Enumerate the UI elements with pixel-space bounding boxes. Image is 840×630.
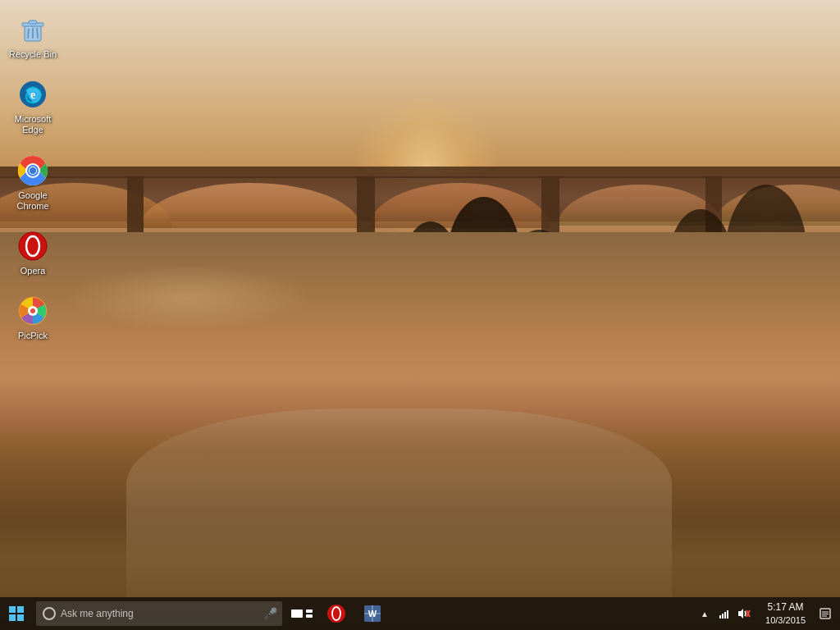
opera-desktop-icon[interactable]: Opera <box>0 225 66 281</box>
picpick-label: PicPick <box>18 331 48 341</box>
win-square-br <box>17 614 24 621</box>
desktop-icons: Recycle Bin e Microsoft Edge <box>0 0 66 574</box>
clock[interactable]: 5:17 AM 10/3/2015 <box>757 597 814 630</box>
picpick-svg <box>18 296 48 326</box>
svg-line-6 <box>37 28 38 39</box>
picpick-desktop-icon[interactable]: PicPick <box>0 290 66 346</box>
windows-logo <box>9 606 24 621</box>
network-svg <box>719 608 730 619</box>
start-button[interactable] <box>0 597 33 630</box>
win-square-bl <box>9 614 16 621</box>
taskbar: Ask me anything 🎤 <box>0 597 840 630</box>
recycle-bin-label: Recycle Bin <box>9 49 57 60</box>
mist-left <box>66 265 312 331</box>
microsoft-edge-icon[interactable]: e Microsoft Edge <box>0 73 66 140</box>
chrome-label: Google Chrome <box>3 190 62 212</box>
cortana-icon <box>43 607 56 620</box>
tv-rect-main <box>291 609 303 618</box>
svg-point-13 <box>30 167 36 174</box>
system-tray: ▲ <box>692 597 840 630</box>
bridge-column-1 <box>127 176 144 232</box>
tv-rect-small-1 <box>306 609 313 613</box>
task-view-button[interactable] <box>285 597 318 630</box>
action-center-svg <box>819 608 831 619</box>
volume-svg <box>737 608 751 619</box>
svg-text:e: e <box>30 89 35 101</box>
svg-line-4 <box>28 28 29 39</box>
tv-rect-small-2 <box>306 614 313 618</box>
opera-label: Opera <box>21 266 46 276</box>
chrome-svg <box>17 155 48 186</box>
svg-point-19 <box>30 308 35 313</box>
recycle-bin-icon[interactable]: Recycle Bin <box>0 8 66 65</box>
chevron-icon: ▲ <box>701 609 709 619</box>
taskbar-opera-svg <box>326 604 346 623</box>
network-icon[interactable] <box>714 597 734 630</box>
recycle-bin-svg <box>18 15 48 44</box>
opera-svg <box>18 231 48 261</box>
win-square-tl <box>9 606 16 613</box>
svg-rect-27 <box>719 615 721 619</box>
volume-icon[interactable] <box>734 597 754 630</box>
search-bar[interactable]: Ask me anything 🎤 <box>36 601 282 626</box>
taskbar-opera[interactable] <box>318 597 354 630</box>
microphone-icon[interactable]: 🎤 <box>264 608 276 619</box>
svg-rect-29 <box>724 612 726 619</box>
task-view-icon <box>291 609 313 618</box>
svg-marker-31 <box>738 609 743 619</box>
edge-label: Microsoft Edge <box>3 114 62 135</box>
clock-time: 5:17 AM <box>768 601 804 614</box>
action-center-button[interactable] <box>814 597 837 630</box>
svg-text:W: W <box>368 609 377 619</box>
terrain-overlay <box>0 377 840 597</box>
tray-icons-group: ▲ <box>692 597 757 630</box>
svg-rect-30 <box>727 610 728 619</box>
edge-svg: e <box>18 80 48 109</box>
search-placeholder-text: Ask me anything <box>61 608 261 619</box>
show-hidden-icons[interactable]: ▲ <box>695 597 714 630</box>
desktop: Recycle Bin e Microsoft Edge <box>0 0 840 630</box>
win-square-tr <box>17 606 24 613</box>
taskbar-office[interactable]: W <box>354 597 390 630</box>
svg-rect-3 <box>29 21 37 24</box>
svg-rect-28 <box>722 614 724 619</box>
taskbar-office-svg: W <box>363 604 382 623</box>
clock-date: 10/3/2015 <box>765 614 806 626</box>
google-chrome-icon[interactable]: Google Chrome <box>0 149 66 217</box>
bridge-column-2 <box>357 176 375 232</box>
